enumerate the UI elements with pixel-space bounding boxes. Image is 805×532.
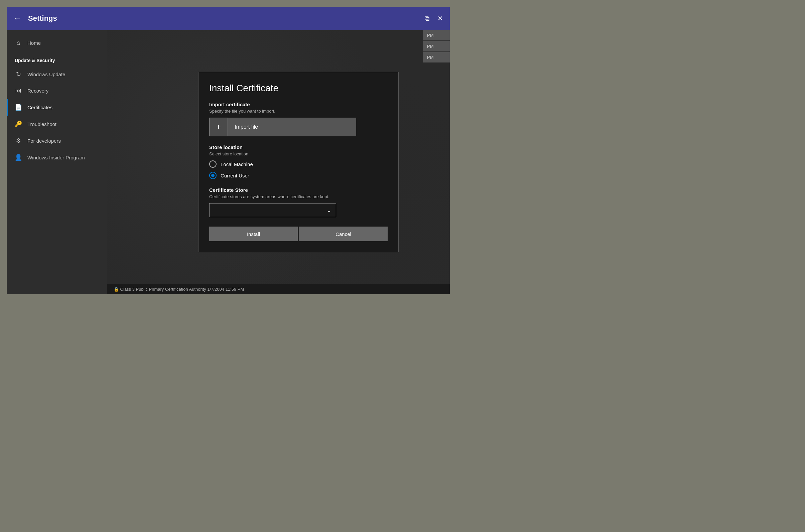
store-location-desc: Select store location <box>209 151 388 156</box>
radio-local-machine[interactable]: Local Machine <box>209 160 388 168</box>
import-section-label: Import certificate <box>209 101 388 107</box>
import-section-desc: Specify the file you want to import. <box>209 109 388 114</box>
radio-current-user[interactable]: Current User <box>209 172 388 179</box>
close-button[interactable]: ✕ <box>437 15 443 22</box>
recovery-icon: ⏮ <box>15 87 22 94</box>
troubleshoot-icon: 🔑 <box>15 120 22 128</box>
radio-current-user-label: Current User <box>221 173 249 178</box>
window-controls: ⧉ ✕ <box>425 15 443 22</box>
dialog-title: Install Certificate <box>209 83 388 94</box>
radio-local-machine-label: Local Machine <box>221 162 253 167</box>
for-developers-icon: ⚙ <box>15 137 22 144</box>
pm-item-2: PM <box>423 41 450 52</box>
import-file-button[interactable]: + Import file <box>209 118 356 136</box>
sidebar-item-recovery[interactable]: ⏮ Recovery <box>7 82 107 99</box>
sidebar-item-for-developers[interactable]: ⚙ For developers <box>7 132 107 149</box>
sidebar-home-label: Home <box>27 40 41 46</box>
sidebar-item-certificates[interactable]: 📄 Certificates <box>7 99 107 116</box>
windows-update-icon: ↻ <box>15 71 22 78</box>
import-btn-label: Import file <box>228 124 265 130</box>
plus-icon: + <box>209 118 228 136</box>
windows-insider-icon: 👤 <box>15 154 22 161</box>
bottom-bar-text: 🔒 Class 3 Public Primary Certification A… <box>114 287 244 292</box>
sidebar-recovery-label: Recovery <box>27 88 49 94</box>
pm-item-3: PM <box>423 52 450 62</box>
back-button[interactable]: ← <box>13 14 21 22</box>
sidebar-windows-update-label: Windows Update <box>27 72 65 77</box>
sidebar: ⌂ Home Update & Security ↻ Windows Updat… <box>7 30 107 294</box>
radio-local-machine-outer <box>209 160 216 168</box>
cert-store-section: Certificate Store Certificate stores are… <box>209 187 388 217</box>
pm-labels: PM PM PM <box>423 30 450 284</box>
sidebar-item-windows-insider[interactable]: 👤 Windows Insider Program <box>7 149 107 166</box>
sidebar-certificates-label: Certificates <box>27 104 53 110</box>
bottom-bar: 🔒 Class 3 Public Primary Certification A… <box>107 284 450 294</box>
cancel-button[interactable]: Cancel <box>299 227 388 241</box>
home-icon: ⌂ <box>15 39 22 46</box>
sidebar-item-troubleshoot[interactable]: 🔑 Troubleshoot <box>7 116 107 132</box>
window-title: Settings <box>28 14 425 23</box>
sidebar-item-windows-update[interactable]: ↻ Windows Update <box>7 66 107 82</box>
cert-store-dropdown[interactable]: ⌄ <box>209 203 336 217</box>
dropdown-arrow-icon: ⌄ <box>327 207 331 213</box>
sidebar-for-developers-label: For developers <box>27 138 61 144</box>
install-certificate-dialog: Install Certificate Import certificate S… <box>198 72 399 252</box>
settings-window: ← Settings ⧉ ✕ ⌂ Home Update & Security … <box>7 7 450 294</box>
action-buttons: Install Cancel <box>209 227 388 241</box>
sidebar-section-label: Update & Security <box>7 53 107 66</box>
content-area: ⌂ Home Update & Security ↻ Windows Updat… <box>7 30 450 294</box>
radio-group: Local Machine Current User <box>209 160 388 179</box>
radio-current-user-dot <box>211 174 214 177</box>
radio-current-user-outer <box>209 172 216 179</box>
titlebar: ← Settings ⧉ ✕ <box>7 7 450 30</box>
certificates-icon: 📄 <box>15 103 22 111</box>
store-location-label: Store location <box>209 144 388 150</box>
main-panel: PM PM PM Install Certificate Import cert… <box>107 30 450 294</box>
store-location-section: Store location Select store location Loc… <box>209 144 388 179</box>
pm-item-1: PM <box>423 30 450 40</box>
sidebar-troubleshoot-label: Troubleshoot <box>27 121 56 127</box>
restore-button[interactable]: ⧉ <box>425 15 429 22</box>
cert-store-desc: Certificate stores are system areas wher… <box>209 194 388 199</box>
sidebar-item-home[interactable]: ⌂ Home <box>7 33 107 53</box>
cert-store-label: Certificate Store <box>209 187 388 193</box>
sidebar-windows-insider-label: Windows Insider Program <box>27 155 85 160</box>
install-button[interactable]: Install <box>209 227 298 241</box>
